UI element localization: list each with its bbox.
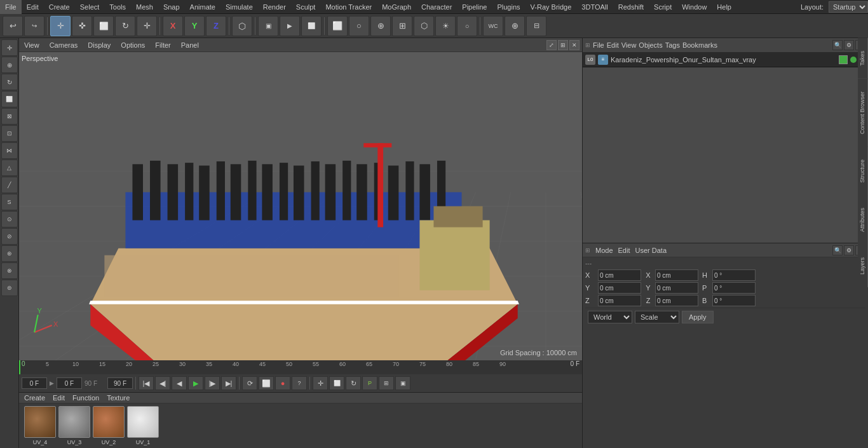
rotate-tool[interactable]: ↻ [115,16,135,36]
menu-plugins[interactable]: Plugins [492,0,525,14]
step-fwd-btn[interactable]: |▶ [205,376,220,390]
mat-texture[interactable]: Texture [107,394,130,402]
move-tool[interactable]: ✜ [72,16,92,36]
obj-view-menu[interactable]: View [621,41,637,49]
mat-create[interactable]: Create [24,394,45,402]
attributes-tab[interactable]: Attributes [858,195,868,245]
left-tool7[interactable]: ⋈ [1,142,18,159]
z-axis[interactable]: Z [206,16,226,36]
menu-mograph[interactable]: MoGraph [377,0,416,14]
play-end-frame-input[interactable] [107,377,133,389]
scale-pb-btn[interactable]: ⬜ [329,376,344,390]
render-pb-btn[interactable]: ▣ [395,376,410,390]
obj-objects-menu[interactable]: Objects [639,41,662,49]
x-axis[interactable]: X [163,16,183,36]
viewport-options-menu[interactable]: Options [118,41,147,49]
key-btn[interactable]: ? [292,376,307,390]
scale-dropdown[interactable]: Scale [635,311,679,323]
viewport-display-menu[interactable]: Display [85,41,113,49]
apply-button[interactable]: Apply [682,311,714,323]
y-axis[interactable]: Y [184,16,205,36]
light-tool[interactable]: ☀ [435,16,456,36]
menu-redshift[interactable]: Redshift [613,0,649,14]
left-tool10[interactable]: S [1,194,18,210]
mat-edit[interactable]: Edit [53,394,65,402]
left-select[interactable]: ✛ [1,39,18,56]
snap-tool[interactable]: ⊕ [505,16,525,36]
attr-userdata-menu[interactable]: User Data [635,247,667,254]
object-mode[interactable]: ⬡ [232,16,252,36]
mat-function[interactable]: Function [72,394,99,402]
layout-select[interactable]: Startup [829,1,868,13]
search-icon[interactable]: 🔍 [832,40,843,50]
loop-btn[interactable]: ⟳ [242,376,257,390]
step-back-btn[interactable]: ◀| [155,376,170,390]
timeline-ruler[interactable]: 0 5 10 15 20 25 30 35 40 45 50 55 60 65 … [19,360,582,374]
left-tool9[interactable]: ╱ [1,177,18,193]
object-row[interactable]: L0 ≡ Karadeniz_Powership_Onur_Sultan_max… [583,52,868,67]
move-btn[interactable]: ✛ [313,376,328,390]
x-pos-input[interactable] [598,269,641,281]
render-region[interactable]: ▣ [258,16,278,36]
structure-tab[interactable]: Structure [858,147,868,196]
material-uv3[interactable]: UV_3 [58,406,90,445]
left-tool5[interactable]: ⊠ [1,108,18,125]
left-tool15[interactable]: ⊜ [1,280,18,296]
attr-mode-menu[interactable]: Mode [595,247,613,254]
material-uv4[interactable]: UV_4 [24,406,56,445]
menu-vray[interactable]: V-Ray Bridge [526,0,577,14]
menu-sculpt[interactable]: Sculpt [291,0,321,14]
material-uv2[interactable]: UV_2 [93,406,125,445]
left-tool14[interactable]: ⊗ [1,262,18,279]
record-btn[interactable]: ● [275,376,290,390]
y-pos-input[interactable] [598,282,641,294]
transform-tool[interactable]: ✛ [137,16,157,36]
h-input[interactable] [712,269,756,281]
select-tool[interactable]: ✛ [50,16,71,36]
layers-tab[interactable]: Layers [858,245,868,287]
viewport-panel-menu[interactable]: Panel [179,41,201,49]
menu-create[interactable]: Create [44,0,75,14]
x-rot-input[interactable] [655,269,698,281]
menu-snap[interactable]: Snap [158,0,185,14]
cube-primitive[interactable]: ⬜ [327,16,348,36]
render-view[interactable]: ▶ [280,16,300,36]
viewport[interactable]: X Y Perspective Grid Spacing : 10000 cm [19,52,582,360]
attr-edit-menu[interactable]: Edit [618,247,630,254]
floor-grid[interactable]: ⊟ [526,16,546,36]
menu-script[interactable]: Script [649,0,677,14]
menu-pipeline[interactable]: Pipeline [457,0,492,14]
render-queue[interactable]: ⬜ [301,16,322,36]
viewport-close-btn[interactable]: ✕ [569,40,580,50]
start-frame-input[interactable] [22,377,47,389]
go-end-btn[interactable]: ▶| [221,376,236,390]
object-color-swatch[interactable] [839,55,848,64]
menu-file[interactable]: File [0,0,22,14]
stop-btn[interactable]: ⬜ [259,376,274,390]
current-frame-input[interactable] [57,377,82,389]
menu-character[interactable]: Character [416,0,457,14]
settings-icon[interactable]: ⚙ [844,40,854,50]
menu-tools[interactable]: Tools [104,0,131,14]
rotate-pb-btn[interactable]: ↻ [346,376,361,390]
obj-bookmarks-menu[interactable]: Bookmarks [682,41,717,49]
menu-window[interactable]: Window [677,0,712,14]
menu-help[interactable]: Help [712,0,736,14]
menu-select[interactable]: Select [75,0,105,14]
world-dropdown[interactable]: World [588,311,632,323]
obj-file-menu[interactable]: File [593,41,604,49]
left-tool11[interactable]: ⊙ [1,211,18,227]
go-start-btn[interactable]: |◀ [139,376,154,390]
z-pos-input[interactable] [598,295,641,306]
b-input[interactable] [712,295,756,306]
viewport-layout-btn[interactable]: ⊞ [558,40,568,50]
takes-tab[interactable]: Takes [858,38,868,79]
nurbs-tool[interactable]: ⊕ [370,16,391,36]
object-pb-btn[interactable]: P [362,376,377,390]
menu-animate[interactable]: Animate [185,0,220,14]
left-tool13[interactable]: ⊛ [1,245,18,262]
spline-tool[interactable]: ○ [349,16,369,36]
content-browser-tab[interactable]: Content Browser [858,79,868,147]
left-tool6[interactable]: ⊡ [1,125,18,142]
p-input[interactable] [712,282,756,294]
